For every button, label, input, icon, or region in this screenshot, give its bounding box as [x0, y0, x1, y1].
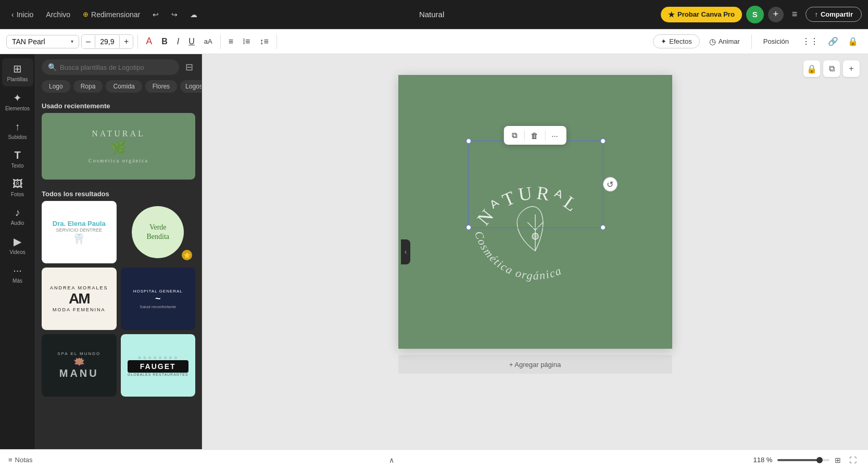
animate-button[interactable]: ◷ Animar	[702, 34, 747, 49]
undo-button[interactable]: ↩	[147, 7, 164, 22]
search-box[interactable]: 🔍	[42, 59, 179, 75]
filter-button[interactable]: ⊟	[183, 59, 195, 75]
lock-canvas-button[interactable]: 🔒	[803, 60, 820, 77]
font-size-value[interactable]: 29,9	[95, 35, 120, 48]
result-item-4[interactable]: HOSPITAL GENERAL ~ Salud reconfortante	[121, 268, 196, 330]
videos-icon: ▶	[14, 235, 21, 248]
link-button[interactable]: 🔗	[824, 34, 842, 48]
sidebar-item-elementos[interactable]: ✦ Elementos	[2, 87, 33, 116]
canvas-page[interactable]: NᴬTURᴬL	[398, 75, 672, 349]
rotate-handle[interactable]: ↺	[603, 177, 618, 192]
panel-collapse-button[interactable]: ‹	[401, 239, 410, 264]
sidebar-item-texto[interactable]: T Texto	[2, 145, 33, 173]
align-button[interactable]: ≡	[225, 35, 237, 48]
position-button[interactable]: Posición	[756, 35, 796, 48]
result-item-2[interactable]: Verde Bendita ⭐	[121, 201, 196, 263]
float-copy-button[interactable]: ⧉	[508, 128, 522, 143]
list-button[interactable]: ⁞≡	[239, 34, 254, 48]
notes-icon: ≡	[8, 456, 12, 464]
tag-logo[interactable]: Logo	[42, 80, 70, 93]
redo-button[interactable]: ↪	[166, 7, 183, 22]
plantillas-label: Plantillas	[7, 77, 28, 82]
font-name-label: TAN Pearl	[12, 37, 45, 46]
notes-label: Notas	[15, 456, 33, 464]
add-page-button[interactable]: + Agregar página	[398, 355, 672, 374]
bold-button[interactable]: B	[158, 35, 171, 48]
italic-button[interactable]: I	[173, 35, 183, 48]
float-delete-button[interactable]: 🗑	[526, 129, 543, 143]
lock-button[interactable]: 🔒	[844, 34, 862, 48]
resize-button[interactable]: ⊕ Redimensionar	[78, 7, 145, 22]
analytics-button[interactable]: ≡	[788, 7, 802, 22]
canva-pro-button[interactable]: ★ Probar Canva Pro	[661, 7, 742, 22]
selection-handle-bl[interactable]	[466, 225, 471, 230]
notes-button[interactable]: ≡ Notas	[8, 456, 33, 464]
selection-handle-tr[interactable]	[600, 138, 606, 144]
sidebar-item-audio[interactable]: ♪ Audio	[2, 202, 33, 230]
share-button[interactable]: ↑ Compartir	[806, 7, 862, 22]
sidebar-item-videos[interactable]: ▶ Videos	[2, 231, 33, 259]
bottom-bar: ≡ Notas ∧ 118 % ⊞ ⛶	[0, 449, 868, 470]
list-icon: ⁞≡	[243, 36, 250, 46]
result-item-3[interactable]: ANDREA MORALES AM MODA FEMENINA	[42, 268, 117, 330]
collapse-pages-button[interactable]: ∧	[386, 454, 397, 466]
panel-search-area: 🔍 ⊟	[35, 54, 202, 80]
effects-button[interactable]: ✦ Efectos	[653, 34, 699, 48]
elementos-icon: ✦	[13, 92, 22, 104]
toolbar-right: ✦ Efectos ◷ Animar Posición ⋮⋮ 🔗 🔒	[653, 34, 862, 49]
cloud-save-button[interactable]: ☁	[185, 7, 203, 22]
selection-handle-br[interactable]	[600, 225, 606, 230]
recent-grid: NATURAL 🌿 Cosmética orgánica	[35, 113, 202, 186]
float-divider-1	[524, 130, 524, 141]
font-color-button[interactable]: A	[142, 34, 156, 49]
add-page-top-button[interactable]: +	[843, 60, 860, 77]
font-size-increase-button[interactable]: +	[120, 35, 133, 48]
nav-left: ‹ Inicio Archivo ⊕ Redimensionar ↩ ↪ ☁	[6, 7, 203, 22]
grid-button[interactable]: ⋮⋮	[798, 34, 822, 48]
font-size-decrease-button[interactable]: –	[82, 35, 95, 48]
duplicate-page-button[interactable]: ⧉	[823, 60, 840, 77]
recent-template-item[interactable]: NATURAL 🌿 Cosmética orgánica	[42, 113, 195, 180]
position-label: Posición	[763, 37, 789, 45]
fotos-icon: 🖼	[12, 178, 23, 190]
canva-pro-label: Probar Canva Pro	[677, 10, 735, 18]
spacing-button[interactable]: ↕≡	[256, 35, 272, 48]
sidebar-item-fotos[interactable]: 🖼 Fotos	[2, 174, 33, 201]
tag-comida[interactable]: Comida	[106, 80, 142, 93]
texto-label: Texto	[11, 163, 24, 169]
back-home-button[interactable]: ‹ Inicio	[6, 7, 39, 22]
float-more-button[interactable]: ···	[547, 129, 562, 143]
recent-logo-preview: NATURAL 🌿 Cosmética orgánica	[89, 129, 148, 164]
font-family-select[interactable]: TAN Pearl ▾	[6, 35, 79, 48]
file-menu-button[interactable]: Archivo	[41, 7, 76, 22]
videos-label: Videos	[9, 249, 25, 255]
result-item-1[interactable]: Dra. Elena Paula SERVICIO DENTREE 🦷	[42, 201, 117, 263]
mas-icon: ···	[13, 264, 22, 276]
search-input[interactable]	[60, 63, 173, 71]
fullscreen-button[interactable]: ⛶	[846, 454, 860, 466]
zoom-slider[interactable]	[777, 459, 829, 461]
align-icon: ≡	[229, 37, 233, 46]
page-layout-button[interactable]: ⊞	[832, 454, 844, 466]
result-item-5[interactable]: SPA EL MUNDO 🪷 MANU	[42, 334, 117, 397]
tag-flores[interactable]: Flores	[145, 80, 177, 93]
project-title: Natural	[419, 10, 444, 19]
case-button[interactable]: aA	[200, 35, 216, 47]
add-team-button[interactable]: +	[768, 7, 784, 22]
user-avatar-button[interactable]: S	[746, 6, 764, 23]
animate-label: Animar	[719, 37, 740, 45]
texto-icon: T	[14, 149, 20, 161]
case-icon: aA	[204, 37, 212, 45]
tag-ropa[interactable]: Ropa	[73, 80, 103, 93]
font-size-control: – 29,9 +	[81, 34, 133, 49]
sidebar-item-subidos[interactable]: ↑ Subidos	[2, 117, 33, 144]
main-area: ⊞ Plantillas ✦ Elementos ↑ Subidos T Tex…	[0, 54, 868, 449]
selection-handle-tl[interactable]	[466, 138, 471, 144]
sidebar-item-mas[interactable]: ··· Más	[2, 260, 33, 288]
sidebar-item-plantillas[interactable]: ⊞ Plantillas	[2, 58, 33, 86]
result-item-6[interactable]: ○ ○ ○ ○ ○ ○ ○ ○ FAUGET GLOBALES RESTAURA…	[121, 334, 196, 397]
pro-badge-2: ⭐	[182, 250, 192, 260]
canvas-wrapper: NᴬTURᴬL	[398, 75, 672, 374]
tag-logos[interactable]: Logos	[180, 80, 202, 93]
underline-button[interactable]: U	[185, 35, 198, 48]
